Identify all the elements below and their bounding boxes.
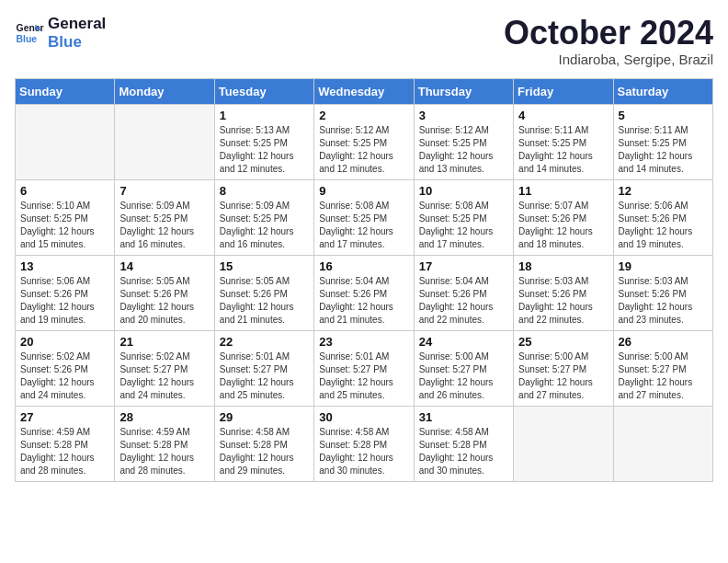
day-number: 8 (220, 184, 309, 198)
calendar-cell: 6Sunrise: 5:10 AM Sunset: 5:25 PM Daylig… (16, 179, 115, 255)
calendar-cell: 22Sunrise: 5:01 AM Sunset: 5:27 PM Dayli… (214, 330, 313, 406)
day-info: Sunrise: 5:06 AM Sunset: 5:26 PM Dayligh… (20, 275, 109, 327)
calendar-cell: 3Sunrise: 5:12 AM Sunset: 5:25 PM Daylig… (414, 104, 513, 179)
calendar-cell: 20Sunrise: 5:02 AM Sunset: 5:26 PM Dayli… (16, 330, 115, 406)
calendar-cell: 18Sunrise: 5:03 AM Sunset: 5:26 PM Dayli… (514, 255, 613, 330)
day-number: 11 (518, 184, 608, 198)
calendar-cell: 8Sunrise: 5:09 AM Sunset: 5:25 PM Daylig… (214, 179, 313, 255)
day-info: Sunrise: 5:02 AM Sunset: 5:27 PM Dayligh… (119, 350, 209, 402)
day-info: Sunrise: 4:59 AM Sunset: 5:28 PM Dayligh… (119, 426, 209, 477)
calendar-week-row: 1Sunrise: 5:13 AM Sunset: 5:25 PM Daylig… (16, 104, 713, 179)
calendar-cell: 30Sunrise: 4:58 AM Sunset: 5:28 PM Dayli… (314, 406, 414, 481)
calendar-cell (613, 406, 712, 481)
calendar-cell: 9Sunrise: 5:08 AM Sunset: 5:25 PM Daylig… (314, 179, 414, 255)
calendar-week-row: 13Sunrise: 5:06 AM Sunset: 5:26 PM Dayli… (16, 255, 713, 330)
day-info: Sunrise: 5:09 AM Sunset: 5:25 PM Dayligh… (220, 200, 309, 251)
day-info: Sunrise: 5:10 AM Sunset: 5:25 PM Dayligh… (20, 200, 109, 251)
calendar-cell: 27Sunrise: 4:59 AM Sunset: 5:28 PM Dayli… (16, 406, 115, 481)
day-number: 22 (220, 335, 309, 349)
calendar-cell: 4Sunrise: 5:11 AM Sunset: 5:25 PM Daylig… (514, 104, 613, 179)
calendar-cell: 19Sunrise: 5:03 AM Sunset: 5:26 PM Dayli… (613, 255, 712, 330)
location: Indiaroba, Sergipe, Brazil (504, 52, 713, 67)
calendar-cell: 28Sunrise: 4:59 AM Sunset: 5:28 PM Dayli… (115, 406, 214, 481)
calendar-cell: 21Sunrise: 5:02 AM Sunset: 5:27 PM Dayli… (115, 330, 214, 406)
logo-blue: Blue (48, 33, 106, 52)
day-number: 2 (319, 109, 408, 122)
day-info: Sunrise: 5:00 AM Sunset: 5:27 PM Dayligh… (619, 350, 708, 402)
calendar-cell (16, 104, 115, 179)
calendar-cell: 31Sunrise: 4:58 AM Sunset: 5:28 PM Dayli… (414, 406, 513, 481)
day-number: 23 (319, 335, 408, 349)
day-info: Sunrise: 5:13 AM Sunset: 5:25 PM Dayligh… (220, 124, 309, 176)
day-number: 7 (119, 184, 209, 198)
day-info: Sunrise: 5:08 AM Sunset: 5:25 PM Dayligh… (319, 200, 408, 251)
day-number: 13 (20, 259, 109, 273)
day-info: Sunrise: 5:02 AM Sunset: 5:26 PM Dayligh… (20, 350, 109, 402)
day-number: 6 (20, 184, 109, 198)
calendar-cell: 23Sunrise: 5:01 AM Sunset: 5:27 PM Dayli… (314, 330, 414, 406)
day-info: Sunrise: 5:12 AM Sunset: 5:25 PM Dayligh… (419, 124, 508, 176)
day-number: 1 (220, 109, 309, 122)
day-number: 17 (419, 259, 508, 273)
calendar-cell: 24Sunrise: 5:00 AM Sunset: 5:27 PM Dayli… (414, 330, 513, 406)
day-number: 10 (419, 184, 508, 198)
day-number: 15 (220, 259, 309, 273)
day-info: Sunrise: 5:01 AM Sunset: 5:27 PM Dayligh… (319, 350, 408, 402)
day-number: 18 (518, 259, 608, 273)
weekday-header: Saturday (613, 78, 712, 104)
calendar-cell: 2Sunrise: 5:12 AM Sunset: 5:25 PM Daylig… (314, 104, 414, 179)
day-info: Sunrise: 5:06 AM Sunset: 5:26 PM Dayligh… (619, 200, 708, 251)
logo-icon: General Blue (15, 18, 44, 48)
calendar-cell (514, 406, 613, 481)
calendar-cell: 17Sunrise: 5:04 AM Sunset: 5:26 PM Dayli… (414, 255, 513, 330)
day-number: 12 (619, 184, 708, 198)
day-info: Sunrise: 5:01 AM Sunset: 5:27 PM Dayligh… (220, 350, 309, 402)
day-info: Sunrise: 4:58 AM Sunset: 5:28 PM Dayligh… (419, 426, 508, 477)
calendar-cell: 14Sunrise: 5:05 AM Sunset: 5:26 PM Dayli… (115, 255, 214, 330)
weekday-header: Monday (115, 78, 214, 104)
day-info: Sunrise: 5:11 AM Sunset: 5:25 PM Dayligh… (619, 124, 708, 176)
logo: General Blue General Blue (15, 15, 106, 52)
weekday-header: Thursday (414, 78, 513, 104)
day-number: 29 (220, 410, 309, 424)
title-block: October 2024 Indiaroba, Sergipe, Brazil (504, 15, 713, 67)
calendar-cell: 16Sunrise: 5:04 AM Sunset: 5:26 PM Dayli… (314, 255, 414, 330)
day-info: Sunrise: 5:03 AM Sunset: 5:26 PM Dayligh… (619, 275, 708, 327)
day-number: 19 (619, 259, 708, 273)
calendar-cell: 25Sunrise: 5:00 AM Sunset: 5:27 PM Dayli… (514, 330, 613, 406)
svg-text:General: General (17, 24, 44, 34)
day-number: 9 (319, 184, 408, 198)
day-info: Sunrise: 5:07 AM Sunset: 5:26 PM Dayligh… (518, 200, 608, 251)
calendar-cell: 12Sunrise: 5:06 AM Sunset: 5:26 PM Dayli… (613, 179, 712, 255)
day-number: 3 (419, 109, 508, 122)
calendar-table: SundayMondayTuesdayWednesdayThursdayFrid… (15, 78, 713, 482)
day-info: Sunrise: 5:00 AM Sunset: 5:27 PM Dayligh… (518, 350, 608, 402)
weekday-header: Sunday (16, 78, 115, 104)
day-info: Sunrise: 5:08 AM Sunset: 5:25 PM Dayligh… (419, 200, 508, 251)
weekday-header: Tuesday (214, 78, 313, 104)
svg-text:Blue: Blue (17, 34, 38, 44)
weekday-header: Wednesday (314, 78, 414, 104)
calendar-cell: 1Sunrise: 5:13 AM Sunset: 5:25 PM Daylig… (214, 104, 313, 179)
day-info: Sunrise: 5:12 AM Sunset: 5:25 PM Dayligh… (319, 124, 408, 176)
day-info: Sunrise: 5:04 AM Sunset: 5:26 PM Dayligh… (319, 275, 408, 327)
day-number: 16 (319, 259, 408, 273)
day-number: 4 (518, 109, 608, 122)
day-number: 25 (518, 335, 608, 349)
day-number: 30 (319, 410, 408, 424)
day-number: 21 (119, 335, 209, 349)
calendar-cell: 13Sunrise: 5:06 AM Sunset: 5:26 PM Dayli… (16, 255, 115, 330)
day-info: Sunrise: 5:09 AM Sunset: 5:25 PM Dayligh… (119, 200, 209, 251)
calendar-cell: 10Sunrise: 5:08 AM Sunset: 5:25 PM Dayli… (414, 179, 513, 255)
day-info: Sunrise: 4:58 AM Sunset: 5:28 PM Dayligh… (319, 426, 408, 477)
calendar-week-row: 27Sunrise: 4:59 AM Sunset: 5:28 PM Dayli… (16, 406, 713, 481)
day-number: 26 (619, 335, 708, 349)
day-number: 24 (419, 335, 508, 349)
day-number: 28 (119, 410, 209, 424)
day-number: 20 (20, 335, 109, 349)
day-number: 27 (20, 410, 109, 424)
weekday-header-row: SundayMondayTuesdayWednesdayThursdayFrid… (16, 78, 713, 104)
day-info: Sunrise: 5:04 AM Sunset: 5:26 PM Dayligh… (419, 275, 508, 327)
day-info: Sunrise: 5:00 AM Sunset: 5:27 PM Dayligh… (419, 350, 508, 402)
day-number: 14 (119, 259, 209, 273)
